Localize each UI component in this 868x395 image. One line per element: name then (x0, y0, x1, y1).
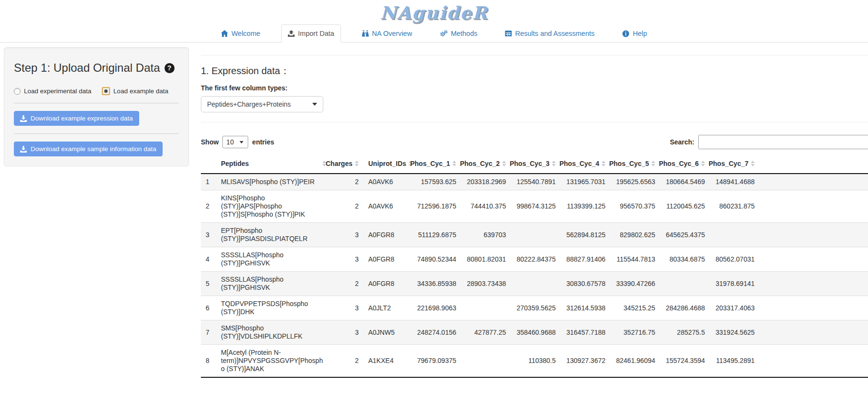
tab-welcome[interactable]: Welcome (214, 24, 267, 43)
value-cell: 285275.5 (660, 320, 710, 345)
value-cell: 427877.25 (461, 320, 511, 345)
value-cell: 80562.07031 (710, 247, 759, 272)
tab-label: Help (633, 30, 647, 37)
expression-data-table: PeptidesChargesUniprot_IDsPhos_Cyc_1Phos… (201, 154, 868, 378)
value-cell: 511129.6875 (411, 223, 461, 247)
entries-select[interactable]: 10 (222, 136, 248, 148)
row-index-cell: 7 (201, 320, 216, 345)
row-index-cell: 6 (201, 296, 216, 320)
charge-cell: 3 (331, 320, 363, 345)
peptide-cell: EPT[Phospho (STY)]PSIASDISLPIATQELR (216, 223, 331, 247)
filler-header (759, 154, 868, 174)
table-header-row: PeptidesChargesUniprot_IDsPhos_Cyc_1Phos… (201, 154, 868, 174)
divider (14, 103, 179, 103)
value-cell (461, 345, 511, 378)
tab-na-overview[interactable]: NA Overview (355, 24, 419, 43)
value-cell (511, 272, 560, 296)
value-cell: 155724.3594 (660, 345, 710, 378)
search-input[interactable] (698, 135, 868, 149)
row-index-cell: 2 (201, 190, 216, 223)
value-cell: 270359.5625 (511, 296, 560, 320)
gears-icon (440, 30, 448, 37)
divider (201, 55, 868, 55)
uniprot-id-cell: A0FGR8 (363, 247, 411, 272)
value-cell (660, 272, 710, 296)
column-header-uniprot-ids[interactable]: Uniprot_IDs (363, 154, 411, 174)
peptide-cell: SSSSLLAS[Phospho (STY)]PGHISVK (216, 272, 331, 296)
uniprot-id-cell: A0JNW5 (363, 320, 411, 345)
value-cell: 639703 (461, 223, 511, 247)
radio-load-example-data[interactable]: Load example data (102, 87, 168, 95)
value-cell (511, 223, 560, 247)
column-header-label: Charges (326, 160, 352, 167)
value-cell: 1139399.125 (560, 190, 610, 223)
column-header-phos-cyc-5[interactable]: Phos_Cyc_5 (610, 154, 660, 174)
panel-title: Step 1: Upload Original Data ? (14, 61, 179, 75)
charge-cell: 2 (331, 272, 363, 296)
column-header-peptides[interactable]: Peptides (216, 154, 331, 174)
filler-cell (759, 272, 868, 296)
tab-help[interactable]: Help (615, 24, 654, 43)
main-nav: WelcomeImport DataNA OverviewMethodsResu… (0, 24, 868, 43)
value-cell: 645625.4375 (660, 223, 710, 247)
column-header-label: Phos_Cyc_6 (659, 160, 699, 167)
column-header-phos-cyc-4[interactable]: Phos_Cyc_4 (560, 154, 610, 174)
value-cell: 31978.69141 (710, 272, 759, 296)
column-types-selected-value: Peptides+Charges+Proteins (207, 100, 291, 108)
charge-cell: 2 (331, 174, 363, 190)
filler-cell (759, 320, 868, 345)
uniprot-id-cell: A1KXE4 (363, 345, 411, 378)
column-header-phos-cyc-1[interactable]: Phos_Cyc_1 (411, 154, 461, 174)
value-cell: 562894.8125 (560, 223, 610, 247)
question-circle-icon[interactable]: ? (165, 63, 175, 73)
charge-cell: 2 (331, 190, 363, 223)
value-cell: 110380.5 (511, 345, 560, 378)
row-index-header (201, 154, 216, 174)
radio-load-experimental-data[interactable]: Load experimental data (14, 87, 91, 95)
table-row: 6TQDPVPPETPSDS[Phospho (STY)]DHK3A0JLT22… (201, 296, 868, 320)
row-index-cell: 1 (201, 174, 216, 190)
entries-label: entries (252, 138, 274, 146)
column-header-phos-cyc-6[interactable]: Phos_Cyc_6 (660, 154, 710, 174)
uniprot-id-cell: A0AVK6 (363, 174, 411, 190)
table-controls: Show 10 entries Search: (201, 135, 868, 149)
value-cell: 80222.84375 (511, 247, 560, 272)
column-header-phos-cyc-3[interactable]: Phos_Cyc_3 (511, 154, 560, 174)
column-header-label: Phos_Cyc_4 (560, 160, 599, 167)
tab-results-and-assessments[interactable]: Results and Assessments (498, 24, 601, 43)
uniprot-id-cell: A0FGR8 (363, 272, 411, 296)
value-cell: 28903.73438 (461, 272, 511, 296)
charge-cell: 3 (331, 247, 363, 272)
row-index-cell: 5 (201, 272, 216, 296)
value-cell: 74890.52344 (411, 247, 461, 272)
sort-arrows-icon (452, 161, 456, 166)
charge-cell: 3 (331, 296, 363, 320)
value-cell: 30830.67578 (560, 272, 610, 296)
value-cell: 956570.375 (610, 190, 660, 223)
column-header-phos-cyc-2[interactable]: Phos_Cyc_2 (461, 154, 511, 174)
row-index-cell: 4 (201, 247, 216, 272)
filler-cell (759, 345, 868, 378)
peptide-cell: M[Acetyl (Protein N-term)]NPVYSPGSSGVPY[… (216, 345, 331, 378)
column-header-label: Phos_Cyc_2 (460, 160, 500, 167)
divider (14, 133, 179, 134)
value-cell: 148941.4688 (710, 174, 759, 190)
download-icon (20, 146, 27, 153)
sort-arrows-icon (552, 161, 556, 166)
column-types-select[interactable]: Peptides+Charges+Proteins (201, 96, 323, 112)
value-cell: 352716.75 (610, 320, 660, 345)
download-expression-data-button[interactable]: Download example expression data (14, 111, 139, 126)
value-cell: 829802.625 (610, 223, 660, 247)
value-cell: 130927.3672 (560, 345, 610, 378)
entries-length-control: Show 10 entries (201, 136, 274, 148)
value-cell: 125540.7891 (511, 174, 560, 190)
value-cell: 860231.875 (710, 190, 759, 223)
data-source-radio-group: Load experimental dataLoad example data (14, 87, 179, 95)
value-cell: 79679.09375 (411, 345, 461, 378)
tab-label: NA Overview (372, 30, 412, 37)
column-header-phos-cyc-7[interactable]: Phos_Cyc_7 (710, 154, 759, 174)
tab-import-data[interactable]: Import Data (281, 24, 341, 43)
tab-methods[interactable]: Methods (433, 24, 484, 43)
download-sample-info-button[interactable]: Download example sample information data (14, 142, 163, 156)
column-header-charges[interactable]: Charges (331, 154, 363, 174)
